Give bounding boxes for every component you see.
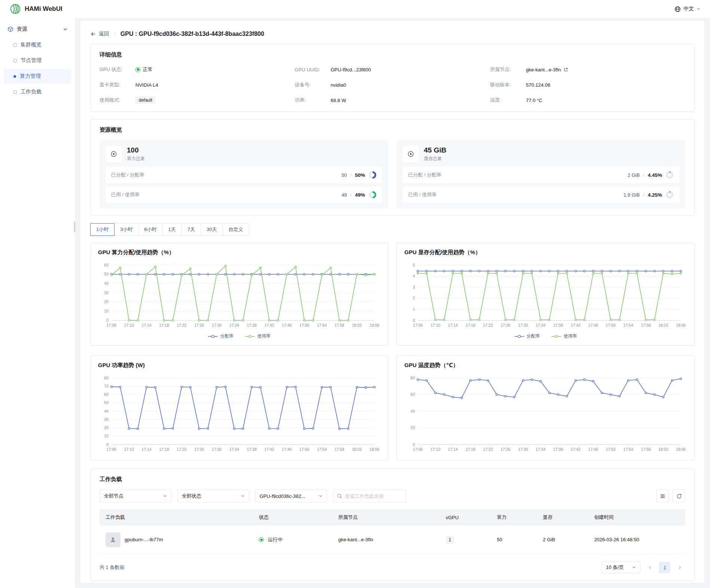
svg-text:18:06: 18:06 <box>676 323 686 327</box>
brand: HAMi WebUI <box>10 3 62 15</box>
status-filter-select[interactable]: 全部状态 <box>177 490 249 502</box>
field-value: gke-kant...e-3fln <box>526 67 561 73</box>
tab-1d[interactable]: 1天 <box>162 223 182 236</box>
svg-text:2: 2 <box>413 296 415 300</box>
sidebar-item-label: 工作负载 <box>21 89 42 95</box>
back-button[interactable]: 返回 <box>90 31 109 37</box>
svg-text:17:34: 17:34 <box>536 323 545 327</box>
sidebar-item-workloads[interactable]: 工作负载 <box>4 84 71 99</box>
column-settings-button[interactable] <box>656 490 669 502</box>
col-header-created: 创建时间 <box>588 514 685 521</box>
legend-item[interactable]: 使用率 <box>551 333 577 339</box>
svg-text:18:06: 18:06 <box>676 447 686 452</box>
tab-6h[interactable]: 6小时 <box>138 223 162 236</box>
select-value: 全部状态 <box>182 493 238 499</box>
status-running-icon <box>259 537 264 542</box>
select-value: GPU-f9cd036c-382... <box>260 493 316 499</box>
compute-resource-box: 100 算力总量 已分配 / 分配率 50 / 50% <box>100 140 388 209</box>
search-input[interactable] <box>345 493 402 499</box>
power-trend-card: GPU 功率趋势 (W) 0102030405060708017:0617:10… <box>90 355 388 461</box>
svg-text:17:58: 17:58 <box>641 323 651 327</box>
svg-text:17:30: 17:30 <box>212 447 221 452</box>
memory-trend-card: GPU 显存分配/使用趋势（%） 01234517:0617:1017:1417… <box>397 243 695 346</box>
hami-logo-icon <box>10 3 21 15</box>
language-selector[interactable]: 中文 <box>674 6 700 12</box>
tab-1h[interactable]: 1小时 <box>90 223 114 236</box>
svg-text:18:02: 18:02 <box>658 323 668 327</box>
item-bullet-icon <box>13 90 17 94</box>
svg-text:17:26: 17:26 <box>501 447 510 452</box>
svg-text:17:58: 17:58 <box>334 447 344 452</box>
chevron-down-icon <box>319 494 322 498</box>
row-value: 50 <box>342 172 347 178</box>
svg-text:17:10: 17:10 <box>124 447 134 452</box>
legend-item[interactable]: 分配率 <box>208 333 234 339</box>
sidebar-group-resources[interactable]: 资源 <box>4 22 71 37</box>
external-link-icon[interactable] <box>563 67 568 72</box>
svg-text:40: 40 <box>104 409 108 413</box>
svg-text:17:14: 17:14 <box>142 323 152 327</box>
detail-card: 详细信息 GPU 状态: 正常 GPU UUID: GPU-f9cd...23f… <box>90 44 695 112</box>
next-page-button[interactable] <box>674 562 685 573</box>
row-label: 已分配 / 分配率 <box>111 172 144 178</box>
select-value: 全部节点 <box>104 493 160 499</box>
gpu-filter-select[interactable]: GPU-f9cd036c-382... <box>255 490 327 502</box>
item-bullet-icon <box>13 59 17 62</box>
select-value: 10 条/页 <box>606 564 629 571</box>
svg-text:50: 50 <box>104 400 108 405</box>
row-value: 49 <box>342 192 347 198</box>
svg-text:1: 1 <box>413 307 415 311</box>
tab-3h[interactable]: 3小时 <box>114 223 138 236</box>
svg-text:30: 30 <box>104 290 108 295</box>
svg-text:17:30: 17:30 <box>518 323 528 327</box>
legend-item[interactable]: 使用率 <box>245 333 271 339</box>
tab-7d[interactable]: 7天 <box>181 223 201 236</box>
table-row[interactable]: gpuburn-...-lb77m 运行中 gke-kant...e-3fln … <box>100 526 685 554</box>
sidebar-item-compute-management[interactable]: 算力管理 <box>4 69 71 84</box>
chart-legend: 分配率使用率 <box>98 333 380 339</box>
row-label: 已用 / 使用率 <box>111 191 140 198</box>
svg-text:17:14: 17:14 <box>448 447 458 452</box>
svg-text:0: 0 <box>106 442 108 447</box>
svg-text:17:06: 17:06 <box>413 323 423 327</box>
vgpu-badge: 1 <box>446 536 454 544</box>
svg-text:17:38: 17:38 <box>553 323 563 327</box>
memory-trend-chart[interactable]: 01234517:0617:1017:1417:1817:2217:2617:3… <box>404 261 687 330</box>
field-label: 设备号: <box>295 81 331 88</box>
svg-text:17:54: 17:54 <box>623 447 633 452</box>
sidebar-resize-handle[interactable] <box>74 222 75 232</box>
node-filter-select[interactable]: 全部节点 <box>100 490 171 502</box>
workloads-card: 工作负载 全部节点 全部状态 GPU <box>90 469 695 581</box>
field-gpu-uuid: GPU UUID: GPU-f9cd...23f800 <box>295 65 490 74</box>
workload-name[interactable]: gpuburn-...-lb77m <box>125 537 163 542</box>
page-number[interactable]: 1 <box>659 562 670 573</box>
refresh-button[interactable] <box>673 490 685 502</box>
svg-text:17:34: 17:34 <box>229 447 239 452</box>
svg-text:17:54: 17:54 <box>623 323 633 327</box>
svg-text:17:46: 17:46 <box>588 447 598 452</box>
svg-text:17:10: 17:10 <box>124 323 134 327</box>
chart-title: GPU 算力分配/使用趋势（%） <box>98 249 380 256</box>
field-label: 使用模式: <box>100 97 135 104</box>
memory-used-row: 已用 / 使用率 1.9 GiB / 4.25% <box>403 187 679 203</box>
sidebar-item-node-management[interactable]: 节点管理 <box>4 53 71 68</box>
legend-item[interactable]: 分配率 <box>514 333 540 339</box>
svg-text:17:18: 17:18 <box>465 447 475 452</box>
topbar: HAMi WebUI 中文 <box>0 0 710 18</box>
compute-trend-chart[interactable]: 010203040506017:0617:1017:1417:1817:2217… <box>98 261 380 330</box>
tab-30d[interactable]: 30天 <box>201 223 223 236</box>
tab-custom[interactable]: 自定义 <box>223 223 249 236</box>
compute-allocated-row: 已分配 / 分配率 50 / 50% <box>105 167 382 183</box>
field-driver-version: 驱动版本: 570.124.06 <box>490 80 685 89</box>
workload-created: 2026-03-26 16:48:50 <box>594 537 639 542</box>
page-size-select[interactable]: 10 条/页 <box>602 561 640 573</box>
svg-text:17:34: 17:34 <box>229 323 239 327</box>
sidebar-item-cluster-overview[interactable]: 集群概览 <box>4 37 71 52</box>
workloads-table: 工作负载 状态 所属节点 vGPU 算力 显存 创建时间 gpu <box>100 509 685 554</box>
legend-label: 使用率 <box>564 333 577 339</box>
power-trend-chart[interactable]: 0102030405060708017:0617:1017:1417:1817:… <box>98 373 380 454</box>
temperature-trend-chart[interactable]: 02040608017:0617:1017:1417:1817:2217:261… <box>404 373 687 454</box>
field-usage-mode: 使用模式: default <box>100 96 295 105</box>
prev-page-button[interactable] <box>644 562 655 573</box>
sidebar-item-label: 集群概览 <box>21 41 42 48</box>
